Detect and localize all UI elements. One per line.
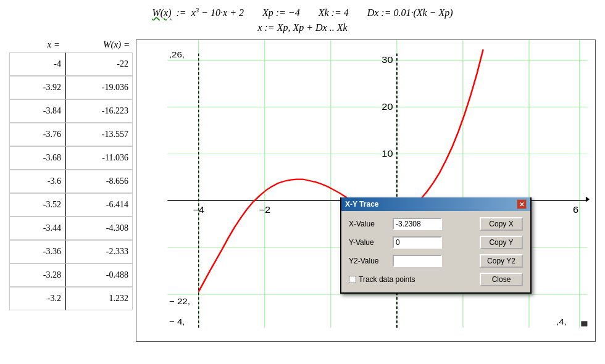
x-value-label: X-Value [349,220,389,228]
formula-line1: W(x) := x3 − 10·x + 2 Xp := −4 Xk := 4 D… [152,6,453,19]
svg-text:− 22,: − 22, [169,297,190,307]
dx-definition: Dx := 0.01·(Xk − Xp) [367,7,453,19]
table-row: -3.52 [9,193,65,217]
chart-area: W(x) [136,39,596,342]
track-data-checkbox[interactable] [349,276,356,283]
svg-text:,26,: ,26, [169,51,185,60]
x-axis-arrow [586,197,590,202]
table-row: -2.333 [65,240,133,263]
chart-svg: 30 20 10 −10 −4 −2 0 2 4 6 ,26, − 22, − … [136,40,595,341]
copy-y-button[interactable]: Copy Y [480,236,523,249]
table-row: -3.36 [9,240,65,263]
table-row: -16.223 [65,99,133,123]
xy-trace-dialog: X-Y Trace ✕ X-Value Copy X Y-Value [340,197,532,294]
svg-text:,4,: ,4, [556,317,567,326]
table-row: -6.414 [65,193,133,217]
copy-y2-button[interactable]: Copy Y2 [480,254,523,268]
xp-definition: Xp := −4 [262,7,300,19]
y2-value-input[interactable] [393,255,442,267]
dialog-close-button[interactable]: ✕ [517,199,527,209]
dialog-title: X-Y Trace [345,200,378,209]
table-row: -8.656 [65,170,133,193]
table-row: -3.76 [9,123,65,146]
dialog-body: X-Value Copy X Y-Value Copy Y Y2-Value [341,211,530,292]
x-column-header: x = [9,39,65,52]
table-row: -0.488 [65,263,133,287]
table-row: -4 [9,52,65,76]
svg-text:−2: −2 [259,205,270,215]
svg-text:20: 20 [382,102,393,112]
y-value-input[interactable] [393,236,442,249]
wx-column-header: W(x) = [65,39,133,52]
xk-definition: Xk := 4 [319,7,349,19]
table-row: -4.308 [65,217,133,240]
table-row: -3.2 [9,287,65,310]
wx-column: W(x) = -22 -19.036 -16.223 -13.557 -11.0… [65,39,133,342]
chart-corner-marker [581,321,587,327]
formula-area: W(x) := x3 − 10·x + 2 Xp := −4 Xk := 4 D… [9,6,596,33]
table-row: -3.44 [9,217,65,240]
dialog-titlebar: X-Y Trace ✕ [341,197,530,211]
dialog-footer: Track data points Close [349,273,523,286]
y-value-label: Y-Value [349,238,389,247]
wx-definition: W(x) := x3 − 10·x + 2 [152,6,244,19]
table-row: -13.557 [65,123,133,146]
y-value-row: Y-Value Copy Y [349,236,523,249]
track-data-label[interactable]: Track data points [349,275,415,284]
table-row: -3.6 [9,170,65,193]
y2-value-label: Y2-Value [349,257,389,265]
main-container: W(x) := x3 − 10·x + 2 Xp := −4 Xk := 4 D… [0,0,605,364]
content-area: x = -4 -3.92 -3.84 -3.76 -3.68 -3.6 -3.5… [9,39,596,342]
svg-text:−4: −4 [193,205,204,215]
table-row: -3.68 [9,146,65,170]
left-panel: x = -4 -3.92 -3.84 -3.76 -3.68 -3.6 -3.5… [9,39,133,342]
table-row: -11.036 [65,146,133,170]
svg-text:− 4,: − 4, [169,317,185,326]
formula-line2: x := Xp, Xp + Dx .. Xk [257,22,347,33]
close-button[interactable]: Close [480,273,523,286]
svg-text:6: 6 [573,205,578,215]
copy-x-button[interactable]: Copy X [480,217,523,231]
x-column: x = -4 -3.92 -3.84 -3.76 -3.68 -3.6 -3.5… [9,39,65,342]
table-row: -3.84 [9,99,65,123]
table-row: -3.92 [9,76,65,99]
svg-text:30: 30 [382,55,393,65]
x-value-row: X-Value Copy X [349,217,523,231]
track-data-text: Track data points [359,275,415,284]
table-row: -22 [65,52,133,76]
table-row: -3.28 [9,263,65,287]
x-range-formula: x := Xp, Xp + Dx .. Xk [257,22,347,33]
y2-value-row: Y2-Value Copy Y2 [349,254,523,268]
table-row: -19.036 [65,76,133,99]
x-value-input[interactable] [393,218,442,230]
table-row: 1.232 [65,287,133,310]
svg-text:10: 10 [382,149,393,159]
wx-label: W(x) [152,7,171,18]
